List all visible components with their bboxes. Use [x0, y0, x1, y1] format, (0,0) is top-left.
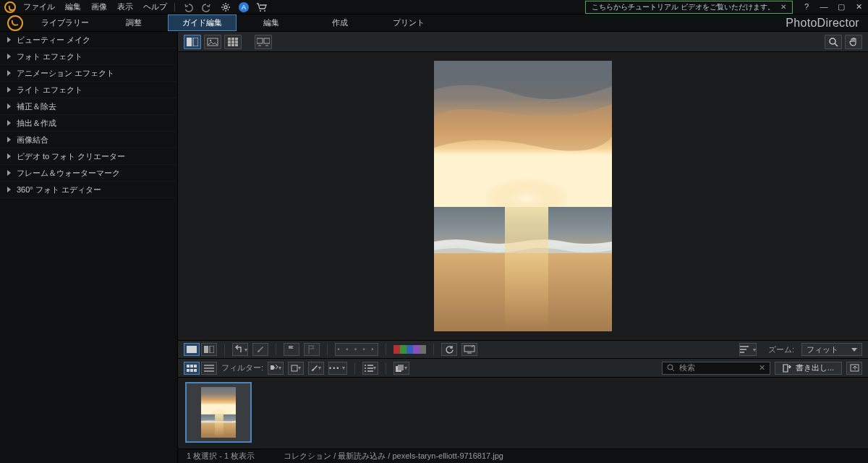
svg-rect-27: [464, 346, 475, 352]
svg-rect-43: [215, 415, 224, 438]
cart-icon[interactable]: [256, 1, 268, 13]
sidebar-item-label: ライト エフェクト: [17, 85, 82, 95]
zoom-select[interactable]: フィット: [801, 343, 862, 356]
filter-more[interactable]: •••▾: [328, 362, 346, 375]
module-row: ライブラリー調整ガイド編集編集作成プリント PhotoDirector: [0, 14, 868, 32]
undo-icon[interactable]: [182, 1, 194, 13]
sidebar-item-7[interactable]: ビデオ to フォト クリエーター: [0, 148, 177, 165]
title-bar: ファイル 編集 画像 表示 ヘルプ A こちらからチュートリアル ビデオをご覧い…: [0, 0, 868, 14]
titlebar-tools: A: [182, 1, 268, 13]
color-label-1[interactable]: [400, 345, 407, 354]
color-label-2[interactable]: [407, 345, 413, 354]
tutorial-close-icon[interactable]: ✕: [780, 3, 786, 11]
filter-stack[interactable]: ▾: [393, 362, 409, 375]
sidebar-item-8[interactable]: フレーム＆ウォーターマーク: [0, 165, 177, 182]
module-tab-3[interactable]: 編集: [237, 14, 305, 31]
svg-rect-14: [231, 43, 234, 46]
menu-view[interactable]: 表示: [117, 1, 133, 12]
search-clear-icon[interactable]: ✕: [759, 363, 765, 373]
sort-button[interactable]: ▾: [739, 343, 757, 356]
minimize-button[interactable]: —: [819, 2, 829, 12]
color-label-4[interactable]: [420, 345, 426, 354]
sidebar-item-label: ビューティー メイク: [17, 35, 90, 46]
account-icon[interactable]: A: [239, 2, 249, 12]
window-controls: ? — ▢ ✕: [801, 2, 864, 12]
hand-tool-button[interactable]: [845, 35, 862, 49]
svg-point-18: [830, 38, 835, 44]
refresh-button[interactable]: [441, 343, 457, 356]
help-button[interactable]: ?: [801, 2, 812, 12]
dual-monitor-button[interactable]: [255, 35, 272, 49]
search-input[interactable]: 検索 ✕: [662, 362, 770, 375]
sidebar-item-3[interactable]: ライト エフェクト: [0, 82, 177, 98]
flag-reject-button[interactable]: [304, 343, 320, 356]
svg-rect-36: [398, 365, 404, 370]
screen-button[interactable]: [461, 343, 477, 356]
color-label-3[interactable]: [413, 345, 420, 354]
menu-help[interactable]: ヘルプ: [143, 1, 167, 12]
menu-edit[interactable]: 編集: [65, 1, 81, 12]
sidebar-item-9[interactable]: 360° フォト エディター: [0, 182, 177, 198]
film-view-strip[interactable]: [184, 343, 200, 356]
module-tab-5[interactable]: プリント: [374, 14, 443, 31]
chevron-right-icon: [7, 70, 11, 76]
view-grid-button[interactable]: [224, 35, 242, 49]
zoom-tool-button[interactable]: [825, 35, 842, 49]
menu-file[interactable]: ファイル: [23, 1, 55, 12]
sidebar-item-6[interactable]: 画像結合: [0, 132, 177, 148]
brand-label: PhotoDirector: [786, 14, 868, 31]
sidebar-item-label: ビデオ to フォト クリエーター: [17, 151, 125, 162]
close-button[interactable]: ✕: [854, 2, 864, 12]
color-label-0[interactable]: [393, 345, 400, 354]
thumbview-list[interactable]: [201, 362, 217, 375]
redo-icon[interactable]: [201, 1, 213, 13]
status-bar: 1 枚選択 - 1 枚表示 コレクション / 最新読み込み / pexels-t…: [178, 449, 868, 463]
app-logo-big: [0, 14, 30, 31]
view-single-button[interactable]: [204, 35, 221, 49]
filter-shape[interactable]: ▾: [288, 362, 304, 375]
module-tab-2[interactable]: ガイド編集: [168, 14, 237, 31]
filter-brush[interactable]: ▾: [308, 362, 324, 375]
chevron-right-icon: [7, 153, 11, 159]
view-compare-button[interactable]: [184, 35, 201, 49]
module-tab-0[interactable]: ライブラリー: [30, 14, 99, 31]
tutorial-banner[interactable]: こちらからチュートリアル ビデオをご覧いただけます。 ✕: [585, 1, 793, 14]
export-label: 書き出し...: [796, 362, 834, 373]
sidebar-item-4[interactable]: 補正＆除去: [0, 98, 177, 115]
sidebar-item-0[interactable]: ビューティー メイク: [0, 32, 177, 48]
module-tab-4[interactable]: 作成: [305, 14, 374, 31]
share-button[interactable]: [846, 362, 862, 375]
settings-icon[interactable]: [220, 1, 231, 13]
canvas[interactable]: [178, 52, 868, 340]
filter-list2[interactable]: ▾: [362, 362, 378, 375]
brush-button[interactable]: [252, 343, 268, 356]
svg-rect-16: [257, 38, 263, 43]
menu-image[interactable]: 画像: [91, 1, 107, 12]
sidebar-item-5[interactable]: 抽出＆作成: [0, 115, 177, 132]
sidebar-item-1[interactable]: フォト エフェクト: [0, 48, 177, 65]
export-icon: [783, 364, 791, 373]
rotate-button[interactable]: ▾: [232, 343, 248, 356]
thumbnail-selected[interactable]: [185, 382, 252, 443]
svg-rect-25: [204, 346, 208, 353]
svg-rect-17: [264, 38, 270, 43]
export-button[interactable]: 書き出し...: [775, 362, 842, 375]
svg-rect-31: [187, 369, 190, 372]
sidebar-item-2[interactable]: アニメーション エフェクト: [0, 65, 177, 82]
svg-point-1: [260, 10, 261, 12]
svg-rect-9: [235, 38, 238, 41]
svg-rect-11: [231, 41, 234, 43]
svg-rect-13: [228, 43, 231, 46]
search-icon: [667, 364, 675, 372]
thumbview-grid[interactable]: [184, 362, 200, 375]
flag-pick-button[interactable]: [284, 343, 299, 356]
chevron-right-icon: [7, 187, 11, 192]
module-tab-1[interactable]: 調整: [99, 14, 168, 31]
rating-stars[interactable]: • • • • •: [335, 343, 378, 356]
film-view-split[interactable]: [201, 343, 217, 356]
color-labels[interactable]: [393, 345, 426, 354]
chevron-right-icon: [7, 54, 11, 59]
maximize-button[interactable]: ▢: [836, 2, 846, 12]
svg-rect-26: [210, 346, 214, 353]
filter-pick[interactable]: ▾: [268, 362, 284, 375]
